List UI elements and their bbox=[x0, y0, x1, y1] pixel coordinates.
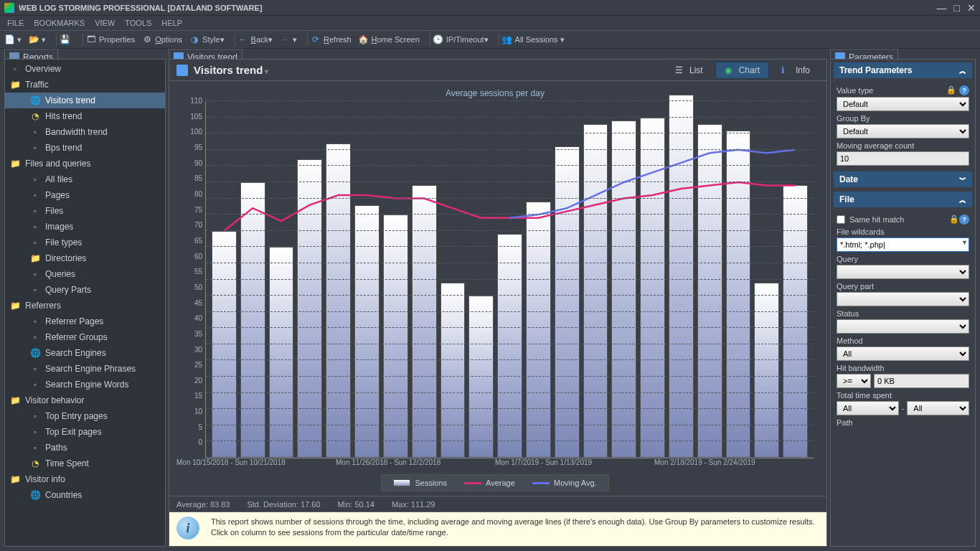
bar-6[interactable] bbox=[383, 215, 408, 458]
menu-bookmarks[interactable]: BOOKMARKS bbox=[34, 19, 85, 27]
reports-tree[interactable]: ▫Overview📁Traffic🌐Visitors trend◔Hits tr… bbox=[5, 60, 165, 546]
view-info-button[interactable]: ℹInfo bbox=[772, 62, 819, 79]
query-part-select[interactable] bbox=[837, 292, 969, 306]
maximize-button[interactable]: □ bbox=[954, 2, 960, 14]
section-date-header[interactable]: Date bbox=[834, 171, 972, 187]
folder-icon: 📁 bbox=[9, 79, 21, 90]
view-chart-button[interactable]: ◉Chart bbox=[715, 62, 769, 79]
hitbw-value-input[interactable] bbox=[874, 374, 969, 388]
same-hit-checkbox[interactable] bbox=[837, 215, 845, 224]
bar-15[interactable] bbox=[640, 118, 665, 458]
menu-tools[interactable]: TOOLS bbox=[125, 19, 151, 27]
tree-item-visitor-info[interactable]: 📁Visitor info bbox=[5, 471, 165, 487]
tree-item-files[interactable]: ▫Files bbox=[5, 203, 165, 219]
open-button[interactable]: 📂▾ bbox=[29, 34, 46, 44]
tree-item-pages[interactable]: ▫Pages bbox=[5, 187, 165, 203]
value-type-select[interactable]: Default bbox=[837, 97, 969, 111]
all-sessions-button[interactable]: 👥All Sessions ▾ bbox=[502, 34, 565, 44]
view-list-button[interactable]: ☰List bbox=[666, 62, 712, 79]
tree-item-search-engine-words[interactable]: ▫Search Engine Words bbox=[5, 377, 165, 392]
moving-avg-input[interactable] bbox=[837, 151, 969, 166]
save-button[interactable]: 💾 bbox=[60, 34, 72, 44]
tree-item-referrers[interactable]: 📁Referrers bbox=[5, 298, 165, 314]
bar-13[interactable] bbox=[583, 124, 608, 458]
tree-item-countries[interactable]: 🌐Countries bbox=[5, 487, 165, 503]
report-title-icon bbox=[176, 65, 188, 76]
tree-item-top-entry-pages[interactable]: ▫Top Entry pages bbox=[5, 408, 165, 424]
query-select[interactable] bbox=[837, 265, 969, 279]
folder-icon: 📁 bbox=[29, 253, 41, 264]
section-trend-header[interactable]: Trend Parameters bbox=[834, 62, 972, 78]
menu-file[interactable]: FILE bbox=[7, 19, 24, 27]
tree-item-paths[interactable]: ▫Paths bbox=[5, 440, 165, 456]
tree-item-search-engines[interactable]: 🌐Search Engines bbox=[5, 345, 165, 361]
bar-17[interactable] bbox=[697, 124, 722, 458]
tree-item-files-and-queries[interactable]: 📁Files and queries bbox=[5, 156, 165, 171]
bar-5[interactable] bbox=[354, 205, 380, 458]
item-icon: ▫ bbox=[29, 189, 41, 201]
menu-help[interactable]: HELP bbox=[161, 19, 182, 27]
tree-item-top-exit-pages[interactable]: ▫Top Exit pages bbox=[5, 424, 165, 440]
tts-from-select[interactable]: All bbox=[837, 401, 899, 415]
help-icon[interactable]: ? bbox=[959, 85, 969, 95]
hitbw-op-select[interactable]: >= bbox=[837, 374, 871, 388]
style-button[interactable]: ◑Style ▾ bbox=[189, 34, 224, 44]
help-icon[interactable]: ? bbox=[959, 215, 969, 225]
tree-item-query-parts[interactable]: ▫Query Parts bbox=[5, 282, 165, 298]
forward-button[interactable]: →▾ bbox=[280, 34, 297, 44]
lock-icon[interactable]: 🔒 bbox=[949, 215, 959, 223]
tree-item-overview[interactable]: ▫Overview bbox=[5, 61, 165, 77]
home-button[interactable]: 🏠Home Screen bbox=[359, 34, 420, 44]
tree-item-label: Search Engines bbox=[45, 348, 106, 358]
tree-item-referrer-pages[interactable]: ▫Referrer Pages bbox=[5, 314, 165, 329]
properties-button[interactable]: 🗔Properties bbox=[86, 34, 135, 44]
tree-item-bps-trend[interactable]: ▫Bps trend bbox=[5, 140, 165, 156]
method-select[interactable]: All bbox=[837, 347, 969, 361]
options-button[interactable]: ⚙Options bbox=[142, 34, 182, 44]
status-select[interactable] bbox=[837, 319, 969, 334]
bar-8[interactable] bbox=[440, 283, 466, 458]
bar-19[interactable] bbox=[754, 283, 779, 458]
bar-1[interactable] bbox=[240, 182, 265, 458]
tree-item-bandwidth-trend[interactable]: ▫Bandwidth trend bbox=[5, 124, 165, 140]
tree-item-images[interactable]: ▫Images bbox=[5, 219, 165, 235]
open-folder-icon: 📂 bbox=[29, 34, 39, 44]
tts-to-select[interactable]: All bbox=[907, 401, 969, 415]
tree-item-file-types[interactable]: ▫File types bbox=[5, 235, 165, 250]
group-by-select[interactable]: Default bbox=[837, 124, 969, 138]
tree-item-queries[interactable]: ▫Queries bbox=[5, 266, 165, 282]
refresh-button[interactable]: ⟳Refresh bbox=[311, 34, 352, 44]
file-wildcards-input[interactable] bbox=[837, 237, 969, 252]
bar-3[interactable] bbox=[297, 159, 322, 458]
ip-timeout-button[interactable]: 🕒IP/Timeout ▾ bbox=[433, 34, 489, 44]
section-file: File Same hit match 🔒? File wildcards ▼ … bbox=[834, 192, 972, 430]
lock-icon[interactable]: 🔒 bbox=[946, 85, 956, 95]
menu-view[interactable]: VIEW bbox=[95, 19, 115, 27]
tree-item-hits-trend[interactable]: ◔Hits trend bbox=[5, 108, 165, 124]
tree-item-all-files[interactable]: ▫All files bbox=[5, 171, 165, 187]
bar-11[interactable] bbox=[526, 202, 551, 458]
tree-item-visitor-behavior[interactable]: 📁Visitor behavior bbox=[5, 392, 165, 408]
close-button[interactable]: ✕ bbox=[967, 2, 976, 14]
tree-item-label: Traffic bbox=[25, 80, 49, 90]
bar-9[interactable] bbox=[468, 296, 494, 458]
tree-item-time-spent[interactable]: ◔Time Spent bbox=[5, 456, 165, 471]
back-button[interactable]: ←Back ▾ bbox=[238, 34, 273, 44]
bar-4[interactable] bbox=[326, 143, 351, 458]
bar-7[interactable] bbox=[412, 185, 437, 458]
properties-icon: 🗔 bbox=[86, 34, 96, 44]
tree-item-traffic[interactable]: 📁Traffic bbox=[5, 77, 165, 93]
bar-20[interactable] bbox=[783, 185, 808, 458]
tree-item-directories[interactable]: 📁Directories bbox=[5, 250, 165, 266]
tree-item-referrer-groups[interactable]: ▫Referrer Groups bbox=[5, 329, 165, 345]
minimize-button[interactable]: — bbox=[937, 2, 947, 14]
app-logo-icon bbox=[4, 3, 14, 13]
tree-item-search-engine-phrases[interactable]: ▫Search Engine Phrases bbox=[5, 361, 165, 377]
bar-12[interactable] bbox=[555, 146, 580, 458]
tree-item-visitors-trend[interactable]: 🌐Visitors trend bbox=[5, 93, 165, 108]
new-button[interactable]: 📄▾ bbox=[4, 34, 22, 44]
bar-14[interactable] bbox=[611, 121, 636, 458]
report-title[interactable]: Visitors trend bbox=[194, 64, 663, 76]
section-file-header[interactable]: File bbox=[834, 192, 972, 207]
chart-plot[interactable] bbox=[205, 101, 814, 458]
